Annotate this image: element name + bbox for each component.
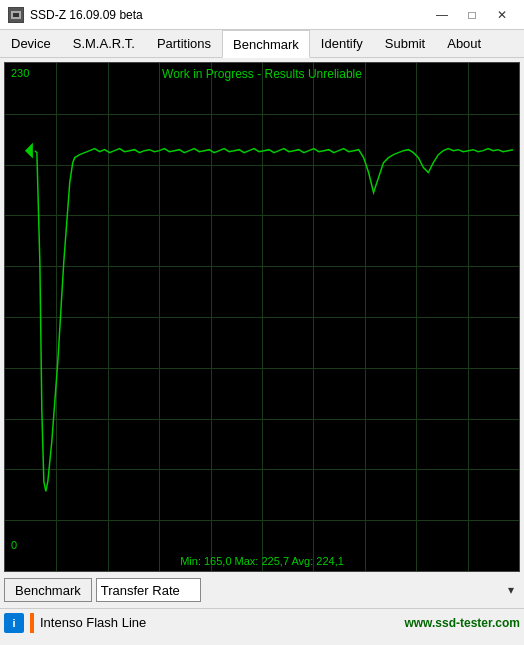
status-bar: i Intenso Flash Line www.ssd-tester.com (0, 608, 524, 636)
drive-indicator (30, 613, 34, 633)
title-bar-left: SSD-Z 16.09.09 beta (8, 7, 143, 23)
dropdown-wrapper: Transfer Rate Access Time IOPS (96, 578, 520, 602)
app-icon (8, 7, 24, 23)
controls-bar: Benchmark Transfer Rate Access Time IOPS (4, 576, 520, 604)
minimize-button[interactable]: — (428, 4, 456, 26)
chart-svg (5, 63, 519, 571)
menu-identify[interactable]: Identify (310, 30, 374, 57)
chart-title: Work in Progress - Results Unreliable (5, 67, 519, 81)
maximize-button[interactable]: □ (458, 4, 486, 26)
menu-submit[interactable]: Submit (374, 30, 436, 57)
drive-name: Intenso Flash Line (40, 615, 398, 630)
svg-marker-3 (25, 143, 33, 159)
menu-device[interactable]: Device (0, 30, 62, 57)
menu-partitions[interactable]: Partitions (146, 30, 222, 57)
benchmark-chart: Work in Progress - Results Unreliable 23… (4, 62, 520, 572)
app-title: SSD-Z 16.09.09 beta (30, 8, 143, 22)
website-url: www.ssd-tester.com (404, 616, 520, 630)
transfer-type-dropdown[interactable]: Transfer Rate Access Time IOPS (96, 578, 201, 602)
benchmark-button[interactable]: Benchmark (4, 578, 92, 602)
svg-rect-2 (13, 13, 19, 17)
menu-bar: Device S.M.A.R.T. Partitions Benchmark I… (0, 30, 524, 58)
title-bar-controls: — □ ✕ (428, 4, 516, 26)
main-content: Work in Progress - Results Unreliable 23… (0, 58, 524, 608)
info-icon: i (4, 613, 24, 633)
menu-benchmark[interactable]: Benchmark (222, 30, 310, 58)
menu-about[interactable]: About (436, 30, 492, 57)
title-bar: SSD-Z 16.09.09 beta — □ ✕ (0, 0, 524, 30)
menu-smart[interactable]: S.M.A.R.T. (62, 30, 146, 57)
close-button[interactable]: ✕ (488, 4, 516, 26)
